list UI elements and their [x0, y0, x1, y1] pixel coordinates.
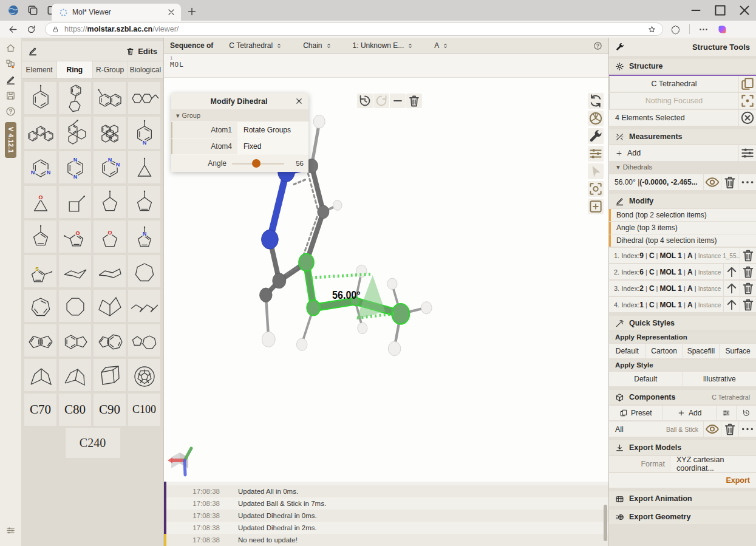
redo-button[interactable] [373, 94, 389, 108]
rail-settings-icon[interactable] [5, 525, 16, 536]
ring-item-pyrazine[interactable]: NN [59, 151, 91, 183]
reset-camera-icon[interactable] [588, 93, 604, 109]
settings-menu-icon[interactable] [698, 24, 709, 35]
angle-value[interactable]: 56 [290, 160, 308, 167]
export-geometry-section-header[interactable]: Export Geometry [609, 510, 756, 524]
sequence-help-icon[interactable] [593, 41, 602, 50]
component-history-icon[interactable] [737, 406, 756, 420]
ring-item-cubane[interactable] [94, 359, 126, 391]
sequence-select-0[interactable]: C Tetrahedral [229, 41, 282, 50]
component-style[interactable]: Ball & Stick [666, 421, 703, 437]
ring-item-pyrimidine[interactable]: NN [24, 151, 56, 183]
style-default-button[interactable]: Default [609, 372, 683, 386]
ring-item-pyrene[interactable] [94, 117, 126, 149]
component-name[interactable]: All [609, 421, 666, 437]
move-up-icon[interactable] [723, 297, 740, 312]
measurements-section-header[interactable]: Measurements [609, 129, 756, 144]
eye-icon[interactable] [704, 421, 721, 437]
remove-button[interactable] [390, 94, 406, 108]
group-collapse-header[interactable]: ▾Group [171, 109, 308, 121]
sequence-select-3[interactable]: A [434, 41, 449, 50]
ring-item-c240[interactable]: C240 [66, 428, 120, 458]
trash-icon[interactable] [721, 421, 738, 437]
favorite-star-icon[interactable] [647, 25, 656, 34]
ring-item-methylpyridine[interactable]: N [128, 117, 160, 149]
ring-item-norbornane[interactable] [24, 359, 56, 391]
eye-icon[interactable] [704, 174, 721, 190]
representation-spacefill-button[interactable]: Spacefill [683, 344, 720, 358]
viewport-3d[interactable]: 56.00° Modify Dihedral ▾Group Atom1Rotat… [164, 78, 608, 482]
tab-ring[interactable]: Ring [57, 61, 92, 78]
back-button[interactable] [8, 24, 18, 35]
sequence-select-1[interactable]: Chain [303, 41, 332, 50]
ring-item-methylpyrrole[interactable]: N [128, 220, 160, 253]
pencil-icon[interactable] [28, 46, 38, 56]
modify-option-0[interactable]: Bond (top 2 selection items) [609, 209, 756, 221]
ring-item-toluene[interactable] [24, 82, 56, 114]
ring-item-c100[interactable]: C100 [128, 394, 160, 426]
tab-element[interactable]: Element [22, 61, 57, 78]
sequence-residue[interactable]: MOL [170, 61, 608, 69]
add-component-button[interactable]: Add [663, 406, 717, 420]
export-animation-section-header[interactable]: Export Animation [609, 491, 756, 506]
ring-item-norbornene[interactable] [59, 359, 91, 391]
clear-edits-trash-icon[interactable] [126, 47, 135, 56]
edit-pencil-icon[interactable] [5, 75, 16, 85]
undo-history-button[interactable] [357, 94, 373, 108]
ring-item-c70[interactable]: C70 [24, 394, 56, 426]
format-select[interactable]: XYZ cartesian coordinat... [670, 456, 756, 472]
atom4-select[interactable]: Fixed [237, 138, 308, 154]
angle-slider-knob[interactable] [252, 159, 261, 168]
ring-item-azulene[interactable] [94, 324, 126, 357]
modify-section-header[interactable]: Modify [609, 194, 756, 208]
structure-section-header[interactable]: Structure [609, 59, 756, 73]
add-frame-icon[interactable] [588, 199, 604, 214]
ring-item-pyridazine[interactable]: NN [94, 151, 126, 183]
structure-entry-select[interactable]: C Tetrahedral [609, 76, 738, 92]
tab-actions-icon[interactable] [27, 4, 39, 16]
ring-item-methylcyclopropane[interactable] [128, 151, 160, 183]
modify-option-2[interactable]: Dihedral (top 4 selection items) [609, 234, 756, 247]
ring-item-methylfuran[interactable]: O [59, 220, 91, 253]
browser-essentials-icon[interactable] [670, 24, 681, 35]
quick-styles-section-header[interactable]: Quick Styles [609, 316, 756, 330]
export-models-section-header[interactable]: Export Models [609, 440, 756, 455]
ring-item-cycloheptatriene[interactable] [24, 290, 56, 322]
ring-item-phenylcyclohexene[interactable] [59, 82, 91, 114]
move-up-icon[interactable] [723, 281, 740, 296]
ring-item-methylcyclopentadiene[interactable] [24, 220, 56, 253]
ring-item-oxirane[interactable]: O [24, 186, 56, 218]
clear-selection-icon[interactable] [739, 110, 756, 126]
components-section-header[interactable]: ComponentsC Tetrahedral [609, 390, 756, 404]
tab-r-group[interactable]: R-Group [93, 61, 128, 78]
help-icon[interactable] [5, 106, 16, 117]
axes-gizmo[interactable] [166, 442, 202, 479]
ring-item-fullerene-c60[interactable] [128, 359, 160, 391]
style-illustrative-button[interactable]: Illustrative [683, 372, 756, 386]
ring-item-methylcyclobutane[interactable] [59, 186, 91, 218]
tab-biological[interactable]: Biological [128, 61, 163, 78]
log-scrollbar[interactable] [604, 505, 607, 541]
ring-item-cyclohexane-twist[interactable] [94, 255, 126, 287]
version-badge[interactable]: V 4.12.1 [5, 122, 16, 158]
representation-cartoon-button[interactable]: Cartoon [646, 344, 683, 358]
ring-item-pentalene[interactable] [24, 324, 56, 357]
close-window-button[interactable] [737, 2, 752, 18]
ring-item-methylcyclopentene[interactable] [128, 186, 160, 218]
profile-avatar-icon[interactable] [7, 4, 19, 16]
ring-item-methylthiophene[interactable]: S [24, 255, 56, 287]
screenshot-icon[interactable] [588, 111, 604, 126]
selection-cursor-icon[interactable] [588, 163, 604, 179]
modify-option-1[interactable]: Angle (top 3 items) [609, 222, 756, 234]
ring-item-bicyclooctane[interactable] [94, 290, 126, 322]
ring-item-methylanthracene[interactable] [59, 117, 91, 149]
dots-icon[interactable] [739, 174, 756, 190]
ring-item-octane-chain[interactable] [128, 290, 160, 322]
dialog-close-icon[interactable] [295, 97, 304, 106]
home-icon[interactable] [5, 43, 16, 53]
ring-item-cyclooctane[interactable] [59, 290, 91, 322]
refresh-button[interactable] [26, 24, 36, 35]
atom1-select[interactable]: Rotate Groups [237, 122, 308, 138]
controls-wrench-icon[interactable] [588, 128, 604, 144]
preset-button[interactable]: Preset [609, 406, 662, 420]
